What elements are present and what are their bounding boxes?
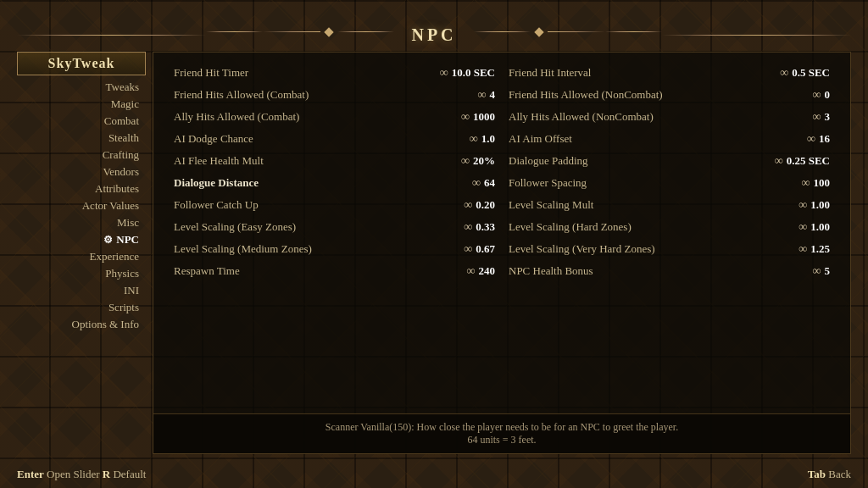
setting-level-scaling-medium[interactable]: Level Scaling (Medium Zones) ∞ 0.67 [167,239,502,259]
setting-ally-hits-noncombat[interactable]: Ally Hits Allowed (NonCombat) ∞ 3 [502,107,837,127]
setting-dialogue-distance[interactable]: Dialogue Distance ∞ 64 [167,173,502,193]
settings-left-column: Friend Hit Timer ∞ 10.0 SEC Friend Hits … [167,63,502,403]
setting-ally-hits-combat[interactable]: Ally Hits Allowed (Combat) ∞ 1000 [167,107,502,127]
default-action: Default [113,468,146,480]
infinity-icon-3: ∞ [470,132,478,146]
infinity-icon-0: ∞ [440,66,448,80]
r-infinity-icon-1: ∞ [813,88,821,102]
content-area: SkyTweak Tweaks Magic Combat Stealth Cra… [17,52,851,454]
sidebar-item-misc[interactable]: Misc [17,214,146,231]
sidebar-item-magic[interactable]: Magic [17,96,146,113]
setting-follower-catch-up[interactable]: Follower Catch Up ∞ 0.20 [167,195,502,215]
setting-level-scaling-hard[interactable]: Level Scaling (Hard Zones) ∞ 1.00 [502,217,837,237]
r-infinity-icon-6: ∞ [798,198,807,212]
r-infinity-icon-4: ∞ [775,154,783,168]
settings-panel: Friend Hit Timer ∞ 10.0 SEC Friend Hits … [153,52,851,454]
infinity-icon-6: ∞ [464,198,472,212]
r-infinity-icon-0: ∞ [780,66,788,80]
tooltip-line2: 64 units = 3 feet. [167,434,837,446]
sidebar-item-npc[interactable]: ⚙ NPC [17,231,146,248]
open-slider-action: Open Slider [47,468,99,480]
r-infinity-icon-8: ∞ [798,242,807,256]
infinity-icon-4: ∞ [461,154,470,168]
enter-key-label: Enter [17,468,44,480]
sidebar-item-vendors[interactable]: Vendors [17,164,146,180]
sidebar-item-scripts[interactable]: Scripts [17,299,146,316]
infinity-icon-5: ∞ [472,176,481,190]
bottom-bar: Enter Open Slider R Default Tab Back [0,468,868,481]
sidebar-item-crafting[interactable]: Crafting [17,147,146,164]
sidebar-item-options[interactable]: Options & Info [17,316,146,333]
setting-follower-spacing[interactable]: Follower Spacing ∞ 100 [502,173,837,193]
r-infinity-icon-3: ∞ [807,132,815,146]
sidebar-item-experience[interactable]: Experience [17,248,146,265]
setting-level-scaling-mult[interactable]: Level Scaling Mult ∞ 1.00 [502,195,837,215]
title-diamond-left [324,27,333,36]
setting-level-scaling-very-hard[interactable]: Level Scaling (Very Hard Zones) ∞ 1.25 [502,239,837,259]
setting-ai-aim-offset[interactable]: AI Aim Offset ∞ 16 [502,129,837,149]
sidebar-item-stealth[interactable]: Stealth [17,130,146,147]
title-diamond-right [534,27,543,36]
sidebar-item-attributes[interactable]: Attributes [17,180,146,197]
page-title: NPC [394,25,473,45]
setting-respawn-time[interactable]: Respawn Time ∞ 240 [167,261,502,281]
sidebar-item-actor-values[interactable]: Actor Values [17,197,146,214]
r-infinity-icon-7: ∞ [798,220,807,234]
sidebar: SkyTweak Tweaks Magic Combat Stealth Cra… [17,52,153,454]
settings-right-column: Friend Hit Interval ∞ 0.5 SEC Friend Hit… [502,63,837,403]
sidebar-item-ini[interactable]: INI [17,282,146,299]
setting-friend-hit-timer[interactable]: Friend Hit Timer ∞ 10.0 SEC [167,63,502,83]
sidebar-brand: SkyTweak [17,52,146,75]
r-key-label: R [103,468,110,480]
setting-friend-hits-combat[interactable]: Friend Hits Allowed (Combat) ∞ 4 [167,85,502,105]
setting-npc-health-bonus[interactable]: NPC Health Bonus ∞ 5 [502,261,837,281]
settings-content: Friend Hit Timer ∞ 10.0 SEC Friend Hits … [153,53,850,413]
back-action: Back [828,468,851,480]
bottom-hint-left: Enter Open Slider R Default [17,468,146,481]
setting-level-scaling-easy[interactable]: Level Scaling (Easy Zones) ∞ 0.33 [167,217,502,237]
setting-friend-hits-noncombat[interactable]: Friend Hits Allowed (NonCombat) ∞ 0 [502,85,837,105]
title-bar: NPC [17,25,851,45]
infinity-icon-1: ∞ [478,88,487,102]
setting-friend-hit-interval[interactable]: Friend Hit Interval ∞ 0.5 SEC [502,63,837,83]
setting-dialogue-padding[interactable]: Dialogue Padding ∞ 0.25 SEC [502,151,837,171]
sidebar-item-combat[interactable]: Combat [17,113,146,130]
bottom-hint-right: Tab Back [808,468,851,481]
r-infinity-icon-9: ∞ [813,264,821,278]
setting-ai-flee-health[interactable]: AI Flee Health Mult ∞ 20% [167,151,502,171]
infinity-icon-7: ∞ [464,220,472,234]
sidebar-item-physics[interactable]: Physics [17,265,146,282]
tab-key-label: Tab [808,468,826,480]
npc-active-icon: ⚙ [103,234,113,247]
r-infinity-icon-5: ∞ [802,176,810,190]
main-container: NPC SkyTweak Tweaks Magic Combat Stealth… [17,25,851,454]
infinity-icon-8: ∞ [464,242,472,256]
tooltip-line1: Scanner Vanilla(150): How close the play… [167,421,837,434]
footer-tooltip: Scanner Vanilla(150): How close the play… [153,413,850,453]
infinity-icon-9: ∞ [467,264,476,278]
setting-ai-dodge-chance[interactable]: AI Dodge Chance ∞ 1.0 [167,129,502,149]
infinity-icon-2: ∞ [461,110,470,124]
r-infinity-icon-2: ∞ [813,110,821,124]
sidebar-item-tweaks[interactable]: Tweaks [17,79,146,96]
